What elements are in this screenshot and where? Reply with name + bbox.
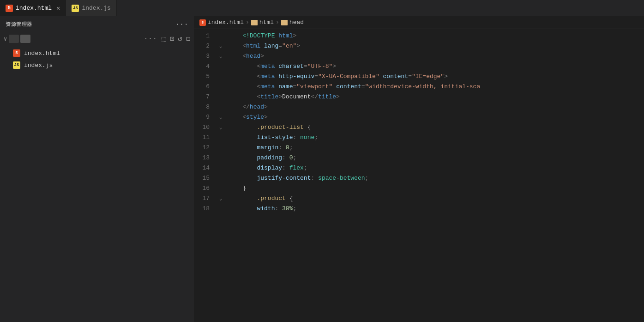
- sidebar-action-buttons: ⬚ ⊡ ↺ ⊟: [162, 34, 190, 43]
- line-content-8: </head>: [224, 102, 644, 112]
- line-content-10: .product-list {: [224, 122, 644, 133]
- tab-index-js[interactable]: JS index.js: [66, 0, 116, 16]
- fold-arrow-17[interactable]: ⌄: [217, 194, 224, 204]
- line-number-14: 14: [194, 163, 217, 173]
- code-line-8: 8 </head>: [194, 102, 644, 112]
- code-line-18: 18 width: 30%;: [194, 204, 644, 214]
- breadcrumb-file: index.html: [208, 19, 244, 26]
- code-line-16: 16 }: [194, 183, 644, 194]
- tab-close-icon[interactable]: ✕: [56, 4, 60, 12]
- file-html-label: index.html: [24, 50, 60, 57]
- code-editor[interactable]: 1 <!DOCTYPE html>2⌄ <html lang="en">3⌄ <…: [194, 29, 644, 322]
- line-number-4: 4: [194, 61, 217, 72]
- tree-file-js[interactable]: JS index.js: [0, 59, 194, 71]
- code-line-9: 9⌄ <style>: [194, 112, 644, 122]
- line-number-8: 8: [194, 102, 217, 112]
- line-number-10: 10: [194, 122, 217, 133]
- line-content-4: <meta charset="UTF-8">: [224, 61, 644, 72]
- line-number-16: 16: [194, 183, 217, 194]
- html-file-icon: 5: [6, 5, 13, 12]
- tree-file-html[interactable]: 5 index.html: [0, 47, 194, 59]
- breadcrumb-sep-1: ›: [246, 19, 249, 26]
- code-line-14: 14 display: flex;: [194, 163, 644, 173]
- sidebar-tree: 5 index.html JS index.js: [0, 45, 194, 73]
- line-number-9: 9: [194, 112, 217, 122]
- line-number-17: 17: [194, 194, 217, 204]
- code-line-17: 17⌄ .product {: [194, 194, 644, 204]
- main-layout: 资源管理器 ··· ∨ ··· ⬚ ⊡ ↺ ⊟: [0, 16, 644, 322]
- line-number-7: 7: [194, 92, 217, 102]
- line-number-12: 12: [194, 143, 217, 153]
- breadcrumb-folder-icon-2: [281, 20, 288, 25]
- line-content-2: <html lang="en">: [224, 41, 644, 51]
- collapse-button[interactable]: ⊟: [186, 35, 190, 43]
- tab-label-html: index.html: [16, 5, 52, 12]
- code-line-1: 1 <!DOCTYPE html>: [194, 31, 644, 41]
- code-line-11: 11 list-style: none;: [194, 133, 644, 143]
- sidebar-actions: ···: [175, 20, 188, 29]
- folder-preview: [9, 35, 30, 43]
- line-content-12: margin: 0;: [224, 143, 644, 153]
- preview-box-2: [20, 35, 30, 43]
- tree-folder-row[interactable]: ∨ ··· ⬚ ⊡ ↺ ⊟: [0, 32, 194, 45]
- line-content-16: }: [224, 183, 644, 194]
- code-line-2: 2⌄ <html lang="en">: [194, 41, 644, 51]
- file-html-icon: 5: [13, 49, 20, 57]
- line-content-15: justify-content: space-between;: [224, 173, 644, 183]
- file-js-icon: JS: [13, 61, 20, 69]
- line-number-13: 13: [194, 153, 217, 163]
- breadcrumb-html-icon: 5: [199, 19, 206, 26]
- code-line-10: 10⌄ .product-list {: [194, 122, 644, 133]
- breadcrumb-head-path: head: [289, 19, 304, 26]
- file-js-label: index.js: [24, 62, 53, 69]
- code-line-7: 7 <title>Document</title>: [194, 92, 644, 102]
- code-line-4: 4 <meta charset="UTF-8">: [194, 61, 644, 72]
- breadcrumb-sep-2: ›: [276, 19, 279, 26]
- fold-arrow-9[interactable]: ⌄: [217, 112, 224, 122]
- line-content-5: <meta http-equiv="X-UA-Compatible" conte…: [224, 72, 644, 82]
- code-line-6: 6 <meta name="viewport" content="width=d…: [194, 82, 644, 92]
- code-line-3: 3⌄ <head>: [194, 51, 644, 61]
- line-content-6: <meta name="viewport" content="width=dev…: [224, 82, 644, 92]
- sidebar-options-icon[interactable]: ···: [144, 35, 157, 43]
- line-content-7: <title>Document</title>: [224, 92, 644, 102]
- fold-arrow-3[interactable]: ⌄: [217, 51, 224, 61]
- line-number-3: 3: [194, 51, 217, 61]
- breadcrumb-folder-icon-1: [251, 20, 258, 25]
- folder-chevron-icon: ∨: [4, 36, 7, 43]
- new-folder-button[interactable]: ⊡: [170, 34, 175, 43]
- folder-icons: ∨: [4, 35, 30, 43]
- line-number-15: 15: [194, 173, 217, 183]
- dots-menu-icon[interactable]: ···: [175, 20, 188, 29]
- breadcrumb-html-path: html: [259, 19, 274, 26]
- fold-arrow-10[interactable]: ⌄: [217, 122, 224, 133]
- line-number-5: 5: [194, 72, 217, 82]
- tab-label-js: index.js: [82, 5, 110, 12]
- line-number-11: 11: [194, 133, 217, 143]
- tab-index-html[interactable]: 5 index.html ✕: [0, 0, 66, 16]
- line-content-11: list-style: none;: [224, 133, 644, 143]
- line-content-13: padding: 0;: [224, 153, 644, 163]
- line-content-3: <head>: [224, 51, 644, 61]
- line-content-9: <style>: [224, 112, 644, 122]
- code-line-5: 5 <meta http-equiv="X-UA-Compatible" con…: [194, 72, 644, 82]
- tab-bar: 5 index.html ✕ JS index.js: [0, 0, 644, 16]
- code-line-15: 15 justify-content: space-between;: [194, 173, 644, 183]
- line-number-1: 1: [194, 31, 217, 41]
- sidebar: 资源管理器 ··· ∨ ··· ⬚ ⊡ ↺ ⊟: [0, 16, 194, 322]
- fold-arrow-2[interactable]: ⌄: [217, 41, 224, 51]
- line-content-18: width: 30%;: [224, 204, 644, 214]
- code-line-13: 13 padding: 0;: [194, 153, 644, 163]
- line-number-2: 2: [194, 41, 217, 51]
- editor-area: 5 index.html › html › head 1 <!DOCTYPE h…: [194, 16, 644, 322]
- new-file-button[interactable]: ⬚: [162, 34, 166, 43]
- preview-box-1: [9, 35, 19, 43]
- breadcrumb: 5 index.html › html › head: [194, 16, 644, 29]
- sidebar-header: 资源管理器 ···: [0, 16, 194, 32]
- refresh-button[interactable]: ↺: [178, 34, 182, 43]
- code-line-12: 12 margin: 0;: [194, 143, 644, 153]
- line-number-6: 6: [194, 82, 217, 92]
- sidebar-title: 资源管理器: [6, 21, 32, 28]
- js-file-icon: JS: [72, 5, 79, 12]
- line-content-14: display: flex;: [224, 163, 644, 173]
